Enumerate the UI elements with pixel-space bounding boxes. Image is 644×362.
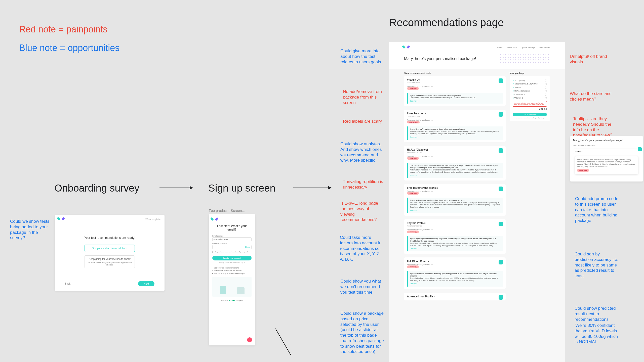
see-more-link[interactable]: See more xyxy=(410,248,417,250)
test-icon xyxy=(499,260,503,264)
note-mid-7: Could show you what we don't recommend y… xyxy=(340,279,384,295)
note-right-4: Could sort by prediction accuracy i.e. m… xyxy=(575,251,619,279)
test-card[interactable]: Liver Function ›5 analytes testedRecomme… xyxy=(404,110,506,142)
test-icon xyxy=(499,112,503,117)
thriva-logo-icon xyxy=(212,218,216,221)
arrow-diagonal xyxy=(275,329,291,355)
note-survey-package: Could we show tests being added to your … xyxy=(10,219,50,241)
test-icon xyxy=(499,295,503,300)
arrow-signup-to-rec xyxy=(293,188,331,188)
note-right-5: Could show predicted result next to reco… xyxy=(575,306,619,322)
test-explain: If you're anaemic it could be affecting … xyxy=(407,271,503,286)
test-explain: If your liver isn't working properly it … xyxy=(407,126,503,140)
test-card[interactable]: Free testosterone profile ›Recommended f… xyxy=(404,184,506,215)
note-mid-2: Red labels are scary xyxy=(343,119,382,124)
email-label: Email address xyxy=(212,235,252,237)
package-error: You have selected a test requiring a Ven… xyxy=(513,101,547,107)
test-icon xyxy=(499,78,503,83)
note-right-6: 'We're 80% confident that you're Vit D l… xyxy=(575,323,619,345)
test-meta: Recommended for you based on: xyxy=(407,85,503,87)
test-title: Free testosterone profile › xyxy=(407,187,503,189)
tooltip-mock: Mary, here's your personalised package! … xyxy=(570,136,643,182)
bullet-2: •Find out what your results could tell y… xyxy=(212,273,252,274)
test-title: Thyroid Profile › xyxy=(407,222,503,224)
legend-painpoints: Red note = painpoints xyxy=(19,24,107,35)
signup-title: Last step! What's your email? xyxy=(212,224,252,232)
tooltip-hero: Mary, here's your personalised package! xyxy=(570,136,643,144)
chat-fab-icon[interactable] xyxy=(247,337,252,342)
test-explain: If your vitamin D levels are low it can … xyxy=(407,93,503,104)
package-item[interactable]: ○ Vitamin Dⓘ xyxy=(513,97,547,100)
tooltip-tag: Low energy xyxy=(577,169,589,172)
test-title: Advanced Iron Profile › xyxy=(407,295,503,298)
test-tag: Low energy xyxy=(407,192,419,195)
test-sub: 5 analytes tested xyxy=(407,115,503,117)
note-mid-6: Could take more factors into account in … xyxy=(340,235,384,262)
password-field[interactable]: •••••••••••••••• Strong xyxy=(212,245,252,249)
trustpilot-badge: Excellent ★★★★★ Trustpilot xyxy=(212,299,252,301)
package-item[interactable]: ✓ Ferritinⓘ xyxy=(513,86,547,89)
nav-healthplan[interactable]: Health plan xyxy=(506,47,516,49)
signup-illustration xyxy=(212,277,252,297)
see-more-link[interactable]: See more xyxy=(410,174,417,176)
col-head-tests: Your recommended tests xyxy=(404,72,506,74)
test-explain: Low energy levels are sometimes caused b… xyxy=(407,163,503,178)
checkout-button[interactable]: Go to checkout xyxy=(513,113,547,116)
test-icon xyxy=(638,147,642,151)
back-button[interactable]: Back xyxy=(65,282,70,285)
test-title: HbA1c (Diabetes) › xyxy=(407,148,503,151)
package-item[interactable]: ✓ Vitamin B9 & B12 (Active)ⓘ xyxy=(513,83,547,85)
onboarding-mock: 50% complete Your test recommendations a… xyxy=(55,215,165,291)
arrow-onboard-to-signup xyxy=(159,188,193,188)
test-explain: If your testosterone levels are low it c… xyxy=(407,198,503,213)
test-icon xyxy=(499,148,503,153)
test-icon xyxy=(499,222,503,226)
onboard-headline: Your test recommendations are ready! xyxy=(55,236,165,240)
nav-home[interactable]: Home xyxy=(497,47,502,49)
see-more-link[interactable]: See more xyxy=(410,209,417,212)
test-title: Liver Function › xyxy=(407,112,503,115)
package-item[interactable]: ✓ B12 (Total)ⓘ xyxy=(513,79,547,82)
note-mid-4: Thrivaling repitition is unnecessary xyxy=(343,179,387,190)
thriva-logo-icon xyxy=(404,46,408,49)
test-meta: Recommended for you based on: xyxy=(407,229,503,231)
nav-past-results[interactable]: Past results xyxy=(539,47,550,49)
note-right-3: Could add promo code to this screen so u… xyxy=(575,196,619,223)
test-card[interactable]: Thyroid Profile ›Recommended testRecomme… xyxy=(404,219,506,254)
signup-mock: Last step! What's your email? Email addr… xyxy=(209,214,255,345)
col-head-package: Your package xyxy=(510,72,550,74)
consent-checkbox[interactable] xyxy=(212,251,214,253)
package-item[interactable]: ○ HbA1c (Diabetes)ⓘ xyxy=(513,90,547,93)
see-more-link[interactable]: See more xyxy=(410,283,417,285)
test-card[interactable]: Vitamin D ›2 analytes testedRecommended … xyxy=(404,76,506,106)
test-card[interactable]: HbA1c (Diabetes) ›Recommended testRecomm… xyxy=(404,146,506,180)
keep-going-button[interactable]: Keep going for your free health check Ge… xyxy=(85,255,135,268)
test-meta: Recommended for you based on: xyxy=(407,190,503,192)
package-item[interactable]: ○ Liver Functionⓘ xyxy=(513,93,547,96)
thriva-logo-icon xyxy=(59,217,63,221)
see-recommendations-button[interactable]: See your test recommendations xyxy=(85,245,135,252)
heading-signup: Sign up screen xyxy=(208,183,275,194)
create-account-button[interactable]: Create your account xyxy=(212,256,252,260)
bullet-1: •Share more details with our doctors xyxy=(212,270,252,272)
next-button[interactable]: Next xyxy=(138,281,154,286)
login-link[interactable]: Already have a Thriva account? Log in xyxy=(212,262,252,263)
tooltip-popover: Vitamin D helps your body absorb calcium… xyxy=(575,156,638,174)
nav-update-package[interactable]: Update package xyxy=(521,47,535,49)
see-more-link[interactable]: See more xyxy=(410,100,417,102)
consent-label: I agree to the terms and conditions & pr… xyxy=(215,251,250,253)
note-mid-3: Could show analytes. And show which ones… xyxy=(340,141,384,163)
tooltip-test-row[interactable]: Vitamin D xyxy=(573,149,640,154)
test-sub: Recommended test xyxy=(407,225,503,227)
keep-going-label: Keep going for your free health check xyxy=(85,258,135,260)
test-card[interactable]: Advanced Iron Profile › xyxy=(404,293,506,300)
test-card[interactable]: Full Blood Count ›Recommended for you ba… xyxy=(404,257,506,289)
test-meta: Recommended for you based on: xyxy=(407,155,503,157)
bullet-0: •See your test recommendations xyxy=(212,267,252,269)
note-mid-8: Could show a package based on price sele… xyxy=(340,311,384,354)
email-field[interactable]: makena@thriva.co xyxy=(212,237,252,241)
note-right-1: What do the stars and circles mean? xyxy=(570,91,614,102)
see-more-link[interactable]: See more xyxy=(410,136,417,138)
recommendations-mock: Home Health plan Update package Past res… xyxy=(389,42,565,362)
test-icon xyxy=(499,187,503,191)
